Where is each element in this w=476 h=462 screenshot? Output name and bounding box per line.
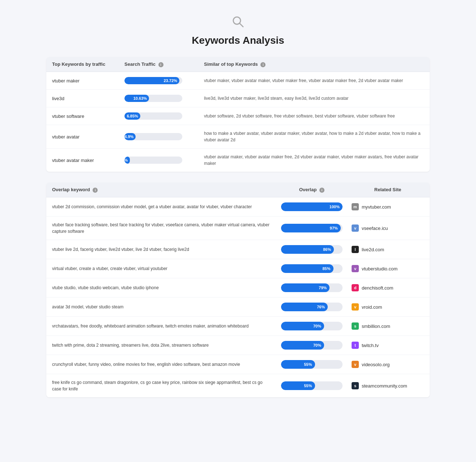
overlap-bar-fill: 55% (281, 360, 315, 369)
overlap-bar-container: 79% (272, 283, 352, 292)
top-kw-row: vtuber maker 23.72% vtuber maker, vtuber… (46, 72, 430, 90)
traffic-bar-fill: 4.9% (124, 133, 136, 140)
keyword-name: vtuber maker (52, 78, 124, 84)
top-keywords-body: vtuber maker 23.72% vtuber maker, vtuber… (46, 72, 430, 172)
overlap-row: vtuber face tracking software, best face… (46, 217, 430, 240)
top-kw-row: vtuber avatar 4.9% how to make a vtuber … (46, 125, 430, 149)
traffic-bar-container: 10.63% (124, 95, 204, 102)
overlap-bar-container: 70% (272, 341, 352, 350)
overlap-bar-bg: 70% (281, 322, 343, 330)
related-site: t twitch.tv (352, 342, 424, 349)
traffic-bar-container: 2.38% (124, 157, 204, 164)
traffic-bar-bg: 6.85% (124, 112, 182, 120)
overlap-bar-container: 85% (272, 264, 352, 273)
overlap-row: vtuber 2d commission, commission vtuber … (46, 197, 430, 217)
overlap-keywords: vtuber 2d commission, commission vtuber … (52, 204, 272, 210)
site-name: smbillion.com (362, 324, 390, 329)
site-favicon: l (352, 246, 359, 253)
keyword-name: vtuber avatar (52, 134, 124, 140)
traffic-bar-container: 6.85% (124, 112, 204, 120)
overlap-bar-bg: 55% (281, 381, 343, 390)
overlap-bar-container: 86% (272, 245, 352, 254)
col-similar: Similar of top Keywords i (204, 61, 424, 67)
overlap-bar-fill: 76% (281, 303, 328, 311)
overlap-row: virtual vtuber, create a vtuber, create … (46, 259, 430, 278)
related-site: m myvtuber.com (352, 203, 424, 210)
traffic-bar-container: 4.9% (124, 133, 204, 140)
svg-line-1 (239, 23, 243, 27)
overlap-bar-bg: 86% (281, 245, 343, 254)
overlap-table: Overlap keyword i Overlap i Related Site… (46, 183, 430, 397)
site-favicon: v (352, 303, 359, 311)
keyword-name: vtuber software (52, 114, 124, 119)
col-keyword: Top Keywords by traffic (52, 61, 124, 67)
top-keywords-header: Top Keywords by traffic Search Traffic i… (46, 57, 430, 72)
overlap-bar-container: 70% (272, 322, 352, 330)
similar-info-icon[interactable]: i (260, 62, 265, 67)
related-site: l live2d.com (352, 246, 424, 253)
overlap-bar-bg: 100% (281, 202, 343, 211)
related-site: v vseeface.icu (352, 224, 424, 232)
related-site: v videosolo.org (352, 361, 424, 368)
site-favicon: s (352, 382, 359, 389)
overlap-keywords: vtuber live 2d, facerig vtuber, live2d v… (52, 246, 272, 253)
similar-keywords: vtuber maker, vtuber avatar maker, vtube… (204, 77, 424, 84)
traffic-bar-bg: 4.9% (124, 133, 182, 140)
overlap-row: avatar 3d model, vtuber studio steam 76%… (46, 298, 430, 317)
overlap-bar-fill: 79% (281, 283, 330, 292)
site-favicon: v (352, 265, 359, 272)
site-favicon: v (352, 361, 359, 368)
site-name: live2d.com (362, 247, 384, 252)
overlap-keywords: crunchyroll vtuber, funny video, online … (52, 361, 272, 368)
overlap-bar-container: 100% (272, 202, 352, 211)
traffic-bar-bg: 2.38% (124, 157, 182, 164)
overlap-bar-container: 97% (272, 224, 352, 232)
overlap-bar-fill: 86% (281, 245, 334, 254)
site-name: vroid.com (362, 304, 382, 310)
overlap-bar-fill: 70% (281, 322, 324, 330)
overlap-bar-bg: 97% (281, 224, 343, 232)
site-name: steamcommunity.com (362, 383, 407, 389)
overlap-kw-info-icon[interactable]: i (93, 188, 98, 193)
overlap-bar-fill: 97% (281, 224, 341, 232)
traffic-bar-container: 23.72% (124, 77, 204, 84)
traffic-bar-fill: 10.63% (124, 95, 149, 102)
site-name: myvtuber.com (362, 204, 391, 210)
keyword-name: vtuber avatar maker (52, 158, 124, 163)
overlap-bar-bg: 79% (281, 283, 343, 292)
page-header: Keywords Analysis (46, 7, 430, 57)
page-title: Keywords Analysis (46, 35, 430, 46)
top-kw-row: vtuber software 6.85% vtuber software, 2… (46, 107, 430, 125)
overlap-bar-fill: 55% (281, 381, 315, 390)
overlap-row: free knife cs go command, steam dragonlo… (46, 374, 430, 397)
overlap-row: crunchyroll vtuber, funny video, online … (46, 355, 430, 374)
col-related-site: Related Site (352, 187, 424, 193)
traffic-bar-bg: 23.72% (124, 77, 182, 84)
related-site: v vtuberstudio.com (352, 265, 424, 272)
site-name: vtuberstudio.com (362, 266, 398, 271)
overlap-bar-bg: 55% (281, 360, 343, 369)
similar-keywords: how to make a vtuber avatar, vtuber avat… (204, 130, 424, 143)
site-name: twitch.tv (362, 343, 379, 348)
site-name: vseeface.icu (362, 226, 388, 231)
overlap-bar-bg: 70% (281, 341, 343, 350)
overlap-info-icon[interactable]: i (319, 188, 324, 193)
overlap-body: vtuber 2d commission, commission vtuber … (46, 197, 430, 397)
overlap-row: vtuber live 2d, facerig vtuber, live2d v… (46, 240, 430, 259)
site-name: videosolo.org (362, 362, 390, 367)
overlap-keywords: vrchatavatars, free doodly, whiteboard a… (52, 323, 272, 329)
top-kw-row: vtuber avatar maker 2.38% vtuber avatar … (46, 149, 430, 172)
traffic-bar-bg: 10.63% (124, 95, 182, 102)
site-favicon: d (352, 284, 359, 291)
related-site: d denchisoft.com (352, 284, 424, 291)
site-favicon: s (352, 322, 359, 330)
similar-keywords: live3d, live3d vtuber maker, live3d stea… (204, 95, 424, 102)
col-traffic: Search Traffic i (124, 61, 204, 67)
site-favicon: t (352, 342, 359, 349)
traffic-bar-fill: 6.85% (124, 112, 140, 120)
site-name: denchisoft.com (362, 285, 393, 291)
traffic-info-icon[interactable]: i (158, 62, 163, 67)
related-site: s steamcommunity.com (352, 382, 424, 389)
overlap-bar-fill: 85% (281, 264, 333, 273)
related-site: s smbillion.com (352, 322, 424, 330)
